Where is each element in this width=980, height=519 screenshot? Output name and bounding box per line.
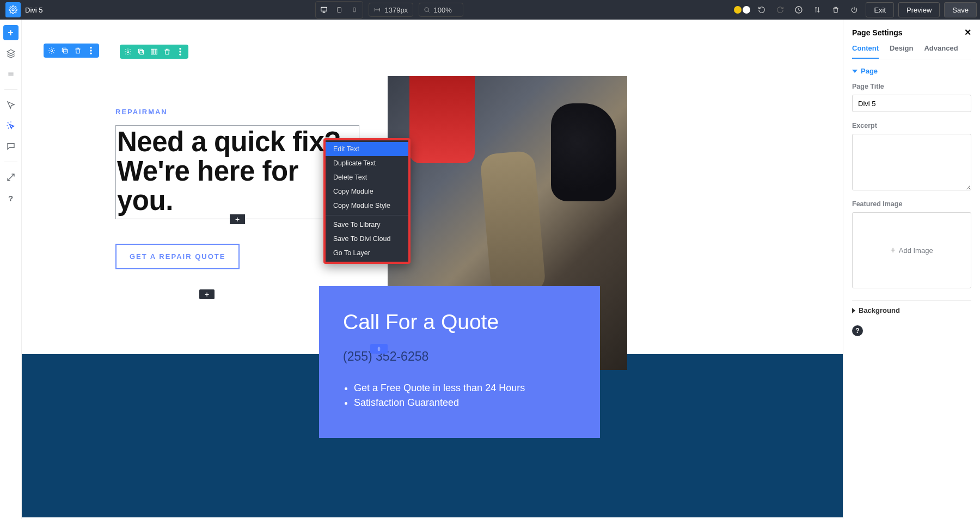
ctx-copy-module-style[interactable]: Copy Module Style [326,199,408,213]
svg-rect-3 [353,8,356,12]
svg-rect-17 [156,49,157,54]
section-trash-icon[interactable] [73,46,83,55]
ctx-copy-module[interactable]: Copy Module [326,184,408,199]
add-module-below-button[interactable]: + [230,214,245,224]
svg-rect-7 [64,50,68,53]
svg-point-12 [127,51,129,53]
svg-point-11 [90,53,92,55]
ctx-save-library[interactable]: Save To Library [326,218,408,232]
module-columns-icon[interactable] [149,47,159,57]
svg-rect-2 [338,8,341,13]
zoom-input[interactable]: 100% [419,3,463,17]
svg-point-20 [179,54,181,56]
device-toggle [315,1,363,18]
tab-content[interactable]: Content [852,44,879,59]
excerpt-input[interactable] [852,134,971,190]
section-more-icon[interactable] [86,46,96,55]
sort-icon[interactable] [810,3,824,17]
theme-toggle[interactable] [734,6,750,14]
device-desktop-icon[interactable] [317,3,331,17]
add-module-cta-button[interactable]: + [370,344,388,354]
svg-point-9 [90,47,92,49]
chat-icon[interactable] [3,139,19,154]
help-icon[interactable]: ? [3,190,19,206]
svg-point-18 [179,48,181,50]
svg-point-10 [90,50,92,52]
click-icon[interactable] [3,118,19,133]
topbar: Divi 5 1379px 100% Exit Preview Save [0,0,980,20]
history-icon[interactable] [792,3,806,17]
svg-point-6 [51,50,53,52]
page-name: Divi 5 [25,6,43,14]
tools-icon[interactable] [3,170,19,185]
svg-rect-8 [62,48,66,52]
subheading[interactable]: REPAIRMAN [115,108,168,116]
ctx-edit-text[interactable]: Edit Text [326,142,408,156]
module-trash-icon[interactable] [162,47,172,57]
section-dup-icon[interactable] [60,46,70,55]
add-image-dropzone[interactable]: + Add Image [852,212,971,288]
headline-module-selected[interactable]: Need a quick fix? We're here for you. + [115,125,359,219]
power-icon[interactable] [847,3,861,17]
redo-icon[interactable] [773,3,787,17]
panel-tabs: Content Design Advanced [852,44,971,59]
group-background-toggle[interactable]: Background [852,300,971,320]
moon-icon [743,6,750,14]
tab-advanced[interactable]: Advanced [924,44,958,59]
page-title-input[interactable] [852,95,971,112]
cta-bullet: Get a Free Quote in less than 24 Hours [354,382,576,394]
svg-rect-14 [138,49,142,53]
ctx-save-cloud[interactable]: Save To Divi Cloud [326,232,408,246]
cta-bullet: Satisfaction Guaranteed [354,397,576,409]
module-gear-icon[interactable] [123,47,133,57]
list-icon[interactable] [3,66,19,82]
ctx-duplicate-text[interactable]: Duplicate Text [326,156,408,170]
add-image-label: Add Image [899,246,933,255]
module-toolbar [120,45,188,59]
section-gear-icon[interactable] [47,46,57,55]
context-menu: Edit Text Duplicate Text Delete Text Cop… [323,138,411,264]
exit-button[interactable]: Exit [866,2,894,17]
cta-box[interactable]: Call For a Quote (255) 352-6258 Get a Fr… [319,286,600,438]
cta-title[interactable]: Call For a Quote [343,310,576,334]
tab-design[interactable]: Design [890,44,913,59]
module-more-icon[interactable] [175,47,185,57]
brand-settings-icon[interactable] [5,2,21,17]
undo-icon[interactable] [755,3,769,17]
excerpt-label: Excerpt [852,122,971,129]
ctx-delete-text[interactable]: Delete Text [326,170,408,184]
module-dup-icon[interactable] [136,47,146,57]
svg-point-19 [179,51,181,53]
canvas[interactable]: REPAIRMAN Need a quick fix? We're here f… [22,20,843,519]
trash-icon[interactable] [829,3,843,17]
preview-button[interactable]: Preview [898,2,940,17]
group-page-toggle[interactable]: Page [852,67,971,75]
panel-close-icon[interactable]: ✕ [964,27,971,38]
left-rail: + ? [0,20,22,519]
cta-list[interactable]: Get a Free Quote in less than 24 Hours S… [343,382,576,409]
plus-icon: + [890,245,895,255]
svg-point-4 [425,8,428,11]
device-phone-icon[interactable] [347,3,362,17]
layers-icon[interactable] [3,46,19,61]
viewport-width-input[interactable]: 1379px [369,3,413,17]
save-button[interactable]: Save [944,2,977,17]
zoom-value: 100% [433,6,451,14]
svg-rect-1 [321,7,327,11]
pointer-icon[interactable] [3,97,19,113]
headline-text[interactable]: Need a quick fix? We're here for you. [116,127,359,215]
featured-image-label: Featured Image [852,200,971,208]
panel-title: Page Settings [852,28,903,37]
ctx-go-to-layer[interactable]: Go To Layer [326,246,408,260]
svg-rect-15 [151,49,153,54]
settings-panel: Page Settings ✕ Content Design Advanced … [843,20,980,519]
panel-help-icon[interactable]: ? [852,325,863,336]
sun-icon [734,6,742,14]
device-tablet-icon[interactable] [332,3,346,17]
add-row-button[interactable]: + [199,289,215,299]
page-title-label: Page Title [852,83,971,90]
section-toolbar [44,44,99,58]
repair-quote-button[interactable]: GET A REPAIR QUOTE [115,244,240,269]
add-element-button[interactable]: + [3,25,19,40]
svg-rect-13 [140,51,144,54]
